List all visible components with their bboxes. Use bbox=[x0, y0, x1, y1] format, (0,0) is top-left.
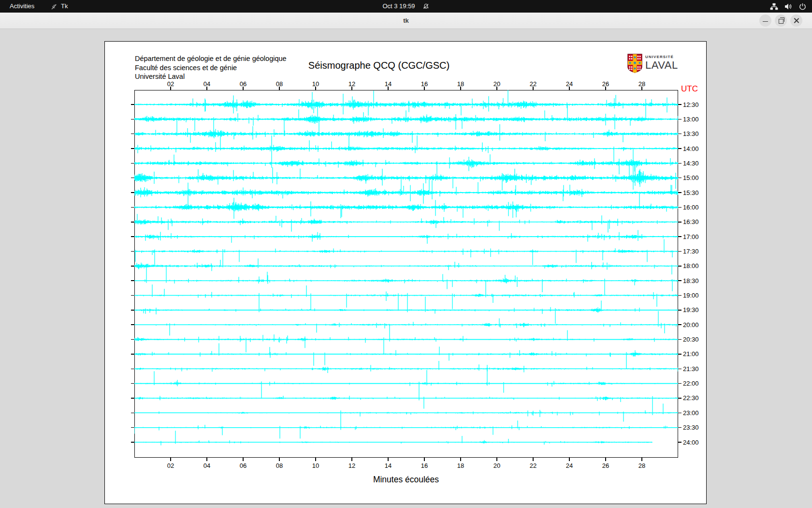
minimize-button[interactable] bbox=[759, 15, 771, 27]
trace-tick-left bbox=[131, 222, 134, 223]
trace-tick-right bbox=[678, 236, 682, 237]
network-wired-icon bbox=[770, 3, 778, 10]
trace-time-label: 15:00 bbox=[683, 174, 699, 181]
trace-tick-right bbox=[678, 442, 682, 443]
trace-tick-right bbox=[678, 295, 682, 296]
x-tick-label-bottom: 04 bbox=[199, 462, 215, 469]
x-tick-bottom bbox=[496, 458, 497, 461]
trace-tick-right bbox=[678, 207, 682, 208]
minimize-icon bbox=[763, 21, 768, 22]
trace-tick-left bbox=[131, 427, 134, 428]
restore-button[interactable] bbox=[775, 15, 787, 27]
tk-window-body: Département de géologie et de génie géol… bbox=[0, 29, 812, 508]
institution-line-2: Faculté des sciences et de génie bbox=[135, 63, 287, 73]
tk-feather-icon bbox=[50, 3, 58, 10]
trace-time-label: 16:30 bbox=[683, 218, 699, 225]
trace-tick-right bbox=[678, 383, 682, 384]
x-tick-label-top: 06 bbox=[235, 80, 251, 88]
trace-time-label: 14:30 bbox=[683, 160, 699, 167]
trace-tick-left bbox=[131, 398, 134, 399]
universite-laval-logo: UNIVERSITÉ LAVAL bbox=[627, 54, 678, 73]
trace-time-label: 16:00 bbox=[683, 204, 699, 211]
laval-shield-icon bbox=[627, 54, 642, 73]
x-tick-label-bottom: 24 bbox=[561, 462, 578, 469]
x-tick-bottom bbox=[315, 458, 316, 461]
utc-axis-label: UTC bbox=[681, 84, 698, 94]
trace-tick-right bbox=[678, 148, 682, 149]
trace-time-label: 23:30 bbox=[683, 424, 699, 431]
seismograph-canvas: Département de géologie et de génie géol… bbox=[104, 41, 707, 504]
notifications-disabled-icon bbox=[423, 3, 430, 10]
desktop: { "topbar": { "activities_label": "Activ… bbox=[0, 0, 812, 508]
x-tick-label-bottom: 02 bbox=[162, 462, 179, 469]
trace-time-label: 19:30 bbox=[683, 306, 699, 314]
x-tick-label-bottom: 20 bbox=[489, 462, 505, 469]
trace-tick-right bbox=[678, 251, 682, 252]
x-axis-title: Minutes écoulées bbox=[373, 475, 439, 485]
laval-wordmark-bottom: LAVAL bbox=[645, 60, 678, 71]
x-tick-bottom bbox=[388, 458, 389, 461]
x-tick-bottom bbox=[170, 458, 171, 461]
x-tick-label-bottom: 12 bbox=[344, 462, 360, 469]
trace-tick-left bbox=[131, 236, 134, 237]
trace-time-label: 21:30 bbox=[683, 365, 699, 373]
x-tick-label-bottom: 28 bbox=[634, 462, 650, 469]
trace-time-label: 20:00 bbox=[683, 321, 699, 329]
trace-time-label: 20:30 bbox=[683, 336, 699, 343]
x-tick-label-bottom: 14 bbox=[380, 462, 396, 469]
trace-tick-right bbox=[678, 134, 682, 134]
trace-tick-right bbox=[678, 398, 682, 399]
trace-tick-left bbox=[131, 280, 134, 281]
plot-frame bbox=[134, 90, 678, 458]
trace-time-label: 24:00 bbox=[683, 439, 699, 446]
trace-time-label: 14:00 bbox=[683, 145, 699, 152]
trace-time-label: 19:00 bbox=[683, 292, 699, 299]
window-title: tk bbox=[0, 13, 812, 29]
app-indicator-label: Tk bbox=[61, 0, 68, 13]
system-status-area[interactable] bbox=[770, 0, 806, 13]
x-tick-label-top: 28 bbox=[634, 80, 650, 88]
x-tick-label-bottom: 16 bbox=[416, 462, 433, 469]
trace-tick-right bbox=[678, 427, 682, 428]
activities-button[interactable]: Activities bbox=[7, 0, 37, 13]
x-tick-bottom bbox=[351, 458, 352, 461]
x-tick-bottom bbox=[206, 458, 207, 461]
x-tick-label-bottom: 22 bbox=[525, 462, 541, 469]
x-tick-label-top: 12 bbox=[344, 80, 360, 88]
x-tick-label-top: 16 bbox=[416, 80, 433, 88]
x-tick-label-top: 20 bbox=[489, 80, 505, 88]
trace-tick-right bbox=[678, 178, 682, 179]
x-tick-label-bottom: 06 bbox=[235, 462, 251, 469]
trace-time-label: 17:00 bbox=[683, 233, 699, 240]
trace-tick-left bbox=[131, 266, 134, 267]
clock-menu[interactable]: Oct 3 19:59 bbox=[382, 0, 429, 13]
window-controls bbox=[759, 15, 802, 27]
trace-tick-left bbox=[131, 163, 134, 164]
trace-tick-left bbox=[131, 119, 134, 120]
close-button[interactable] bbox=[790, 15, 802, 27]
trace-time-label: 22:30 bbox=[683, 394, 699, 402]
trace-tick-left bbox=[131, 310, 134, 311]
trace-time-label: 21:00 bbox=[683, 350, 699, 358]
x-tick-label-top: 10 bbox=[307, 80, 324, 88]
clock-label: Oct 3 19:59 bbox=[382, 0, 415, 13]
trace-tick-left bbox=[131, 413, 134, 414]
trace-tick-right bbox=[678, 413, 682, 414]
x-tick-label-top: 22 bbox=[525, 80, 541, 88]
trace-tick-right bbox=[678, 354, 682, 355]
chart-title: Séismographe QCQ (CGC/GSC) bbox=[308, 60, 450, 71]
trace-tick-right bbox=[678, 280, 682, 281]
x-tick-bottom bbox=[569, 458, 570, 461]
x-tick-bottom bbox=[424, 458, 425, 461]
trace-tick-left bbox=[131, 354, 134, 355]
institution-line-3: Université Laval bbox=[135, 72, 287, 81]
trace-tick-right bbox=[678, 310, 682, 311]
trace-tick-left bbox=[131, 178, 134, 179]
window-titlebar[interactable]: tk bbox=[0, 13, 812, 29]
app-indicator-tk[interactable]: Tk bbox=[50, 0, 68, 13]
x-tick-label-top: 14 bbox=[380, 80, 396, 88]
trace-tick-left bbox=[131, 383, 134, 384]
laval-wordmark-top: UNIVERSITÉ bbox=[645, 55, 678, 59]
x-tick-bottom bbox=[641, 458, 642, 461]
x-tick-bottom bbox=[460, 458, 461, 461]
